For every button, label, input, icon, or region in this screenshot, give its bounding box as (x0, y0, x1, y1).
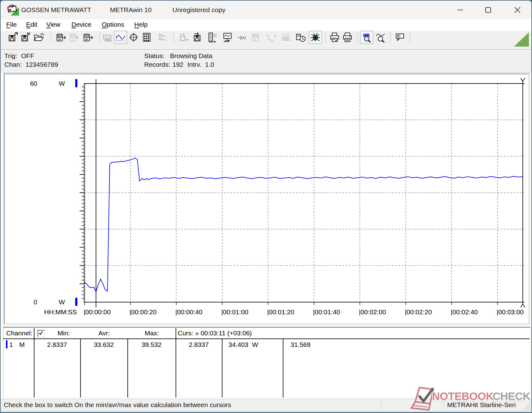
channel-color-chip (6, 340, 7, 348)
row-mode: M (19, 341, 25, 348)
watermark-check-text: CHECK (493, 390, 530, 402)
y-unit-top-label: W (59, 80, 65, 87)
row-channel: 1 (9, 341, 13, 348)
status-message: Check the box to switch On the min/avr/m… (4, 401, 231, 409)
table-header-avr: Avr: (81, 329, 127, 337)
y-max-label: 60 (25, 80, 37, 87)
table-min-avr-max-checkbox[interactable] (38, 330, 44, 337)
x-tick-label: |00:00:40 (175, 308, 202, 316)
app-window: GOSSEN METRAWATT METRAwin 10 Unregistere… (1, 1, 531, 412)
row-cursor-right-value: 34.403 W (228, 341, 258, 348)
table-header-min: Min: (47, 329, 81, 337)
checkmark-icon (39, 332, 43, 334)
table-header-channel: Channel: (6, 329, 32, 337)
row-cursor-left-value: 2.8337 (176, 341, 222, 348)
x-tick-label: |00:00:20 (130, 308, 157, 316)
table-header-max: Max: (128, 329, 176, 337)
row-max: 39.532 (127, 341, 176, 348)
y-unit-bottom-label: W (59, 298, 65, 306)
x-tick-label: |00:00:00 (84, 308, 111, 316)
row-min: 2.8337 (34, 341, 80, 348)
row-avr: 33.632 (80, 341, 127, 348)
x-tick-label: |00:03:00 (497, 308, 524, 316)
x-tick-label: |00:02:40 (451, 308, 478, 316)
x-tick-label: |00:02:00 (359, 308, 386, 316)
cursor-right-top-handle[interactable] (521, 78, 525, 81)
notebookcheck-watermark: NOTEBOOK CHECK (410, 386, 531, 412)
x-tick-label: |00:01:20 (267, 308, 294, 316)
table-header-cursors: Curs: » 00:03:11 (+03:06) (178, 329, 252, 337)
row-between-value: 31.569 (291, 341, 310, 348)
x-tick-label: |00:02:20 (405, 308, 432, 316)
x-axis-caption: HH:MM:SS (44, 308, 77, 316)
x-tick-label: |00:01:00 (221, 308, 248, 316)
watermark-notebook-text: NOTEBOOK (432, 390, 493, 402)
y-min-label: 0 (25, 298, 37, 306)
x-tick-label: |00:01:40 (313, 308, 340, 316)
cursor-right-bottom-handle[interactable] (521, 304, 525, 307)
table-header-divider (3, 338, 530, 339)
